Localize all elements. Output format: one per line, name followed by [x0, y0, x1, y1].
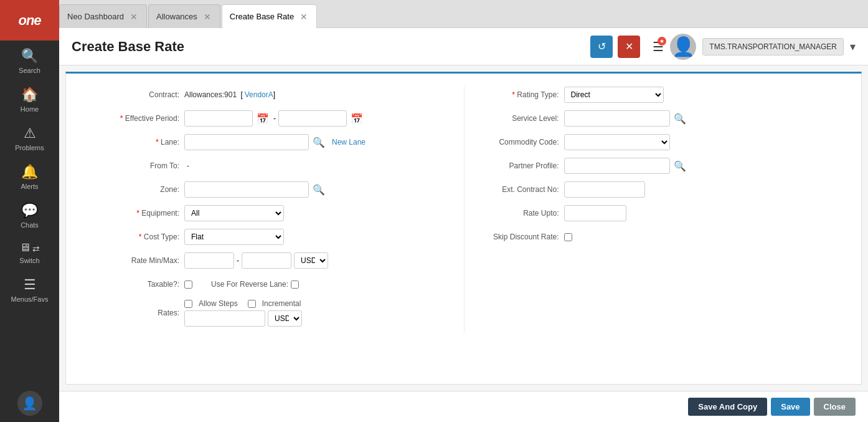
lane-input[interactable] [184, 134, 309, 150]
save-button[interactable]: Save [771, 398, 809, 416]
rate-upto-input[interactable] [564, 205, 626, 221]
lane-search-button[interactable]: 🔍 [311, 137, 327, 148]
cost-type-select[interactable]: Flat Per Mile Per CWT [184, 229, 284, 245]
service-level-row: Service Level: 🔍 [477, 110, 843, 127]
new-lane-link[interactable]: New Lane [332, 138, 366, 146]
allow-steps-checkbox[interactable] [184, 300, 192, 308]
contract-value: Allowances:901 [184, 90, 237, 99]
sidebar-item-home[interactable]: 🏠 Home [0, 79, 59, 118]
effective-period-end-input[interactable] [278, 110, 347, 127]
partner-profile-row: Partner Profile: 🔍 [477, 157, 843, 175]
sidebar-item-search[interactable]: 🔍 Search [0, 41, 59, 79]
commodity-code-select[interactable]: Freight Hazmat [564, 134, 670, 150]
skip-discount-row: Skip Discount Rate: [477, 228, 843, 246]
skip-discount-checkbox[interactable] [564, 233, 572, 241]
sidebar-item-chats[interactable]: 💬 Chats [0, 195, 59, 234]
equipment-row: Equipment: All Truck Rail Air [85, 204, 451, 222]
tab-label: Neo Dashboard [67, 12, 124, 21]
app-logo: one [0, 0, 59, 41]
sidebar-item-alerts[interactable]: 🔔 Alerts [0, 156, 59, 195]
tab-create-base-rate[interactable]: Create Base Rate ✕ [222, 4, 317, 28]
tab-close-neo-dashboard[interactable]: ✕ [129, 12, 139, 22]
zone-field: 🔍 [184, 181, 327, 198]
lane-label: Lane: [85, 138, 184, 146]
equipment-select[interactable]: All Truck Rail Air [184, 205, 284, 221]
header-bar: Create Base Rate ↺ ✕ ☰ ★ 👤 TMS.TRANSPORT… [59, 28, 868, 65]
rate-min-max-row: Rate Min/Max: - USD EUR GBP [85, 252, 451, 269]
partner-profile-search-button[interactable]: 🔍 [672, 160, 688, 172]
incremental-label: Incremental [262, 299, 301, 308]
contract-bracket-open: [ [238, 90, 243, 99]
footer-bar: Save And Copy Save Close [59, 391, 868, 422]
partner-profile-field: 🔍 [564, 158, 688, 174]
warning-icon: ⚠ [24, 125, 36, 141]
commodity-code-row: Commodity Code: Freight Hazmat [477, 133, 843, 151]
rating-type-select[interactable]: Direct Zone Distance [564, 87, 664, 103]
refresh-button[interactable]: ↺ [590, 36, 613, 58]
save-and-copy-button[interactable]: Save And Copy [688, 398, 767, 416]
tab-bar: Neo Dashboard ✕ Allowances ✕ Create Base… [59, 0, 868, 28]
zone-label: Zone: [85, 185, 184, 194]
partner-profile-input[interactable] [564, 158, 670, 174]
close-button[interactable]: Close [814, 398, 856, 416]
header-right: ☰ ★ 👤 TMS.TRANSPORTATION_MANAGER ▾ [653, 34, 856, 60]
calendar-end-button[interactable]: 📅 [349, 113, 365, 125]
use-for-reverse-checkbox[interactable] [291, 281, 299, 289]
rates-currency-select[interactable]: USD EUR GBP [268, 310, 302, 327]
sidebar-item-label: Alerts [21, 183, 38, 190]
taxable-checkbox[interactable] [184, 281, 192, 289]
tab-label: Create Base Rate [230, 12, 294, 21]
form-grid: Contract: Allowances:901 [ VendorA ] Eff… [72, 86, 855, 333]
service-level-search-button[interactable]: 🔍 [672, 113, 688, 125]
ext-contract-input[interactable] [564, 181, 645, 198]
from-to-label: From To: [85, 161, 184, 170]
rates-options: Allow Steps Incremental USD EUR GBP [184, 299, 302, 327]
contract-label: Contract: [85, 90, 184, 99]
effective-period-row: Effective Period: 📅 - 📅 [85, 110, 451, 127]
rate-max-input[interactable] [242, 252, 291, 269]
taxable-label: Taxable?: [85, 280, 184, 289]
lane-row: Lane: 🔍 New Lane [85, 133, 451, 151]
chat-icon: 💬 [21, 203, 38, 219]
effective-period-end: 📅 [278, 110, 365, 127]
allow-steps-label: Allow Steps [199, 299, 238, 308]
period-separator: - [273, 114, 276, 123]
menu-button[interactable]: ☰ ★ [653, 39, 664, 54]
bell-icon: 🔔 [21, 164, 38, 180]
user-avatar-bottom[interactable]: 👤 [17, 391, 42, 416]
contract-bracket-close: ] [273, 90, 275, 99]
form-left: Contract: Allowances:901 [ VendorA ] Eff… [72, 86, 464, 333]
zone-input[interactable] [184, 181, 309, 198]
rate-currency-select[interactable]: USD EUR GBP [294, 252, 328, 269]
user-dropdown-arrow[interactable]: ▾ [850, 40, 856, 54]
service-level-input[interactable] [564, 110, 670, 127]
incremental-checkbox[interactable] [248, 300, 256, 308]
sidebar-item-label: Home [21, 105, 39, 113]
contract-link[interactable]: VendorA [245, 90, 273, 99]
tab-allowances[interactable]: Allowances ✕ [148, 4, 220, 28]
contract-row: Contract: Allowances:901 [ VendorA ] [85, 86, 451, 103]
service-level-field: 🔍 [564, 110, 688, 127]
cost-type-label: Cost Type: [85, 233, 184, 241]
rate-upto-label: Rate Upto: [477, 209, 564, 218]
rates-value-input[interactable] [184, 310, 265, 327]
effective-period-start-input[interactable] [184, 110, 253, 127]
ext-contract-row: Ext. Contract No: [477, 181, 843, 198]
tab-close-create-base-rate[interactable]: ✕ [299, 12, 309, 22]
use-for-reverse-label: Use For Reverse Lane: [211, 280, 288, 289]
avatar: 👤 [670, 34, 696, 60]
zone-search-button[interactable]: 🔍 [311, 184, 327, 196]
sidebar-item-label: Chats [21, 221, 39, 229]
sidebar-item-menus[interactable]: ☰ Menus/Favs [0, 269, 59, 308]
rating-type-row: Rating Type: Direct Zone Distance [477, 86, 843, 103]
avatar-icon: 👤 [672, 36, 695, 57]
sidebar-item-problems[interactable]: ⚠ Problems [0, 118, 59, 156]
tab-close-allowances[interactable]: ✕ [202, 12, 212, 22]
close-tab-button[interactable]: ✕ [618, 36, 640, 58]
rate-min-max-label: Rate Min/Max: [85, 256, 184, 265]
calendar-start-button[interactable]: 📅 [255, 113, 271, 125]
rates-label: Rates: [85, 309, 184, 317]
rate-min-input[interactable] [184, 252, 234, 269]
sidebar-item-switch[interactable]: 🖥 ⇄ Switch [0, 234, 59, 269]
tab-neo-dashboard[interactable]: Neo Dashboard ✕ [59, 4, 147, 28]
